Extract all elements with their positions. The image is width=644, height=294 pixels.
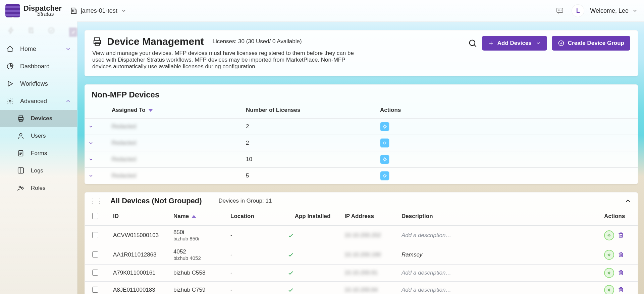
device-ip: 10.10.200.84: [344, 287, 378, 293]
col-id[interactable]: ID: [110, 207, 170, 226]
non-mfp-title: Non-MFP Devices: [85, 85, 638, 99]
col-select-all[interactable]: [85, 207, 110, 226]
col-app[interactable]: App Installed: [284, 207, 341, 226]
expand-row[interactable]: [88, 124, 105, 129]
col-assigned[interactable]: Assigned To: [108, 102, 243, 119]
licenses: 10: [246, 156, 252, 162]
delete-action-icon[interactable]: [618, 286, 625, 294]
brand-text: Dispatcher Stratus: [23, 4, 62, 17]
settings-action-icon[interactable]: [380, 155, 389, 164]
group-subtitle: Devices in Group: 11: [219, 198, 272, 204]
description[interactable]: Ramsey: [401, 251, 422, 258]
nav-workflows[interactable]: Workflows: [0, 75, 77, 92]
svg-rect-26: [619, 233, 623, 237]
create-group-button[interactable]: Create Device Group: [552, 36, 630, 51]
device-id: A79K011000161: [113, 270, 156, 276]
all-devices-section: ⋮⋮ All Devices (Not Grouped) Devices in …: [85, 192, 638, 294]
row-checkbox[interactable]: [92, 251, 98, 258]
sort-asc-icon: [192, 215, 196, 218]
create-group-label: Create Device Group: [568, 40, 624, 47]
tenant-selector[interactable]: james-01-test: [70, 7, 127, 14]
non-mfp-section: Non-MFP Devices Assigned To Number of Li…: [85, 84, 638, 184]
nav-roles[interactable]: Roles: [0, 179, 77, 197]
expand-row[interactable]: [88, 157, 105, 162]
chevron-down-icon: [632, 8, 638, 14]
page-description: View and manage your devices. MFP device…: [92, 50, 354, 70]
table-row: Redacted 5: [85, 168, 638, 184]
table-row: Redacted 2: [85, 135, 638, 151]
chevron-down-icon: [536, 41, 541, 46]
device-location: -: [230, 232, 232, 238]
col-actions: Actions: [601, 207, 638, 226]
roles-icon: [17, 184, 25, 192]
search-icon[interactable]: [468, 39, 477, 48]
user-avatar[interactable]: L: [572, 5, 584, 17]
nav-advanced[interactable]: Advanced: [0, 92, 77, 110]
nav-label: Advanced: [20, 98, 47, 105]
configure-action-icon[interactable]: [604, 250, 614, 260]
settings-action-icon[interactable]: [380, 122, 389, 131]
nav-dashboard[interactable]: Dashboard: [0, 58, 77, 75]
drag-handle-icon[interactable]: ⋮⋮: [89, 197, 104, 205]
device-id: ACVW015000103: [113, 232, 159, 238]
delete-action-icon[interactable]: [618, 232, 625, 239]
device-location: -: [230, 270, 232, 276]
add-devices-button[interactable]: Add Devices: [482, 36, 547, 51]
configure-action-icon[interactable]: [604, 268, 614, 278]
assigned-to: Redacted: [112, 123, 136, 130]
svg-point-3: [560, 10, 560, 10]
user-menu[interactable]: Welcome, Lee: [590, 7, 638, 14]
assigned-to: Redacted: [112, 172, 136, 179]
nav-label: Workflows: [20, 80, 48, 87]
svg-point-21: [384, 126, 386, 128]
col-licenses[interactable]: Number of Licenses: [243, 102, 377, 119]
device-id: A8JE011000183: [113, 287, 155, 293]
nav-label: Users: [31, 133, 46, 139]
collapse-group[interactable]: [624, 197, 632, 205]
settings-action-icon[interactable]: [380, 138, 389, 148]
row-checkbox[interactable]: [92, 287, 98, 293]
device-name: 4052: [173, 248, 224, 255]
configure-action-icon[interactable]: [604, 285, 614, 294]
expand-row[interactable]: [88, 173, 105, 178]
svg-point-8: [9, 100, 11, 102]
row-checkbox[interactable]: [92, 232, 98, 238]
delete-action-icon[interactable]: [618, 251, 625, 259]
col-desc[interactable]: Description: [398, 207, 601, 226]
brand[interactable]: Dispatcher Stratus: [2, 4, 62, 17]
check-icon: [287, 232, 338, 239]
device-name: bizhub C558: [173, 270, 224, 276]
topbar-right: L Welcome, Lee: [554, 5, 638, 17]
svg-point-23: [384, 158, 386, 161]
col-location[interactable]: Location: [227, 207, 284, 226]
nav-users[interactable]: Users: [0, 127, 77, 145]
device-ip: 10.10.200.202: [344, 232, 381, 238]
description-placeholder[interactable]: Add a description…: [401, 270, 451, 276]
svg-point-14: [19, 186, 21, 188]
delete-action-icon[interactable]: [618, 269, 625, 277]
select-all-checkbox[interactable]: [92, 213, 98, 219]
nav-devices[interactable]: Devices: [0, 110, 77, 127]
device-name: 850i: [173, 229, 224, 236]
license-summary: Licenses: 30 (30 Used/ 0 Available): [212, 38, 302, 45]
user-icon: [17, 132, 25, 140]
device-location: -: [230, 287, 232, 293]
col-ip[interactable]: IP Address: [341, 207, 398, 226]
page-title: Device Management: [92, 36, 204, 47]
description-placeholder[interactable]: Add a description…: [401, 232, 451, 238]
nav-logs[interactable]: Logs: [0, 162, 77, 179]
configure-action-icon[interactable]: [604, 230, 614, 240]
home-icon: [6, 45, 14, 53]
expand-row[interactable]: [88, 140, 105, 146]
svg-rect-18: [95, 43, 100, 46]
nav-home[interactable]: Home: [0, 40, 77, 58]
description-placeholder[interactable]: Add a description…: [401, 287, 451, 293]
settings-action-icon[interactable]: [380, 171, 389, 180]
chat-icon[interactable]: [554, 5, 566, 17]
row-checkbox[interactable]: [92, 270, 98, 276]
col-name[interactable]: Name: [170, 207, 227, 226]
main: Device Management Licenses: 30 (30 Used/…: [85, 30, 638, 294]
group-title: All Devices (Not Grouped): [110, 197, 202, 205]
printer-icon: [17, 115, 25, 123]
nav-forms[interactable]: Forms: [0, 145, 77, 162]
